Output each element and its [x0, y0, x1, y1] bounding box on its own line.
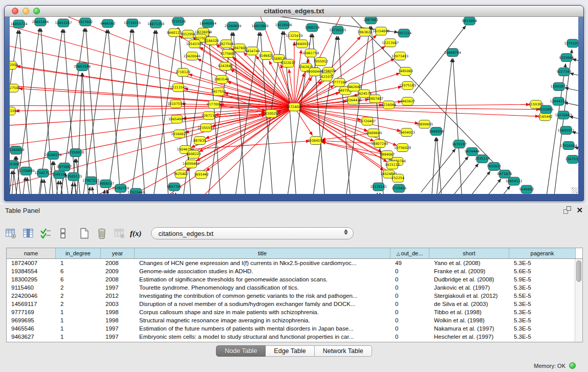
- table-cell[interactable]: 2009: [101, 267, 135, 275]
- table-cell[interactable]: 5.6E-5: [509, 267, 576, 275]
- delete-button[interactable]: [95, 227, 108, 240]
- table-cell[interactable]: Jankovic et al. (1997): [429, 283, 509, 292]
- new-file-button[interactable]: [78, 227, 91, 240]
- table-cell[interactable]: 6: [56, 267, 101, 275]
- graph-edge[interactable]: [570, 117, 578, 124]
- table-cell[interactable]: Dudbridge et al. (2008): [429, 275, 509, 283]
- table-scrollbar[interactable]: [575, 259, 582, 342]
- graph-edge[interactable]: [231, 70, 294, 107]
- column-visibility-button[interactable]: [21, 227, 35, 240]
- table-cell[interactable]: Changes of HCN gene expression and I(f) …: [135, 259, 390, 267]
- graph-edge[interactable]: [10, 84, 294, 107]
- table-cell[interactable]: 9463627: [7, 333, 56, 341]
- table-cell[interactable]: 1: [56, 308, 101, 316]
- column-header-title[interactable]: title: [135, 248, 390, 258]
- table-cell[interactable]: 1997: [101, 324, 135, 333]
- tab-network-table[interactable]: Network Table: [315, 345, 372, 357]
- graph-edge[interactable]: [44, 179, 50, 194]
- table-cell[interactable]: 1: [56, 333, 101, 341]
- table-cell[interactable]: 2: [56, 283, 101, 292]
- table-cell[interactable]: 49: [390, 259, 429, 267]
- graph-edge[interactable]: [53, 181, 58, 194]
- table-cell[interactable]: 9115460: [7, 283, 56, 292]
- table-row[interactable]: 946362711997Embryonic stem cells: a mode…: [7, 333, 582, 341]
- table-row[interactable]: 1830029562008Estimation of significance …: [7, 275, 582, 283]
- table-cell[interactable]: 2: [56, 292, 101, 300]
- table-cell[interactable]: 1997: [101, 333, 135, 341]
- table-cell[interactable]: Nakamura et al. (1997): [429, 324, 509, 333]
- table-cell[interactable]: 0: [390, 292, 429, 300]
- table-cell[interactable]: 2003: [101, 300, 135, 308]
- graph-edge[interactable]: [80, 30, 107, 194]
- table-cell[interactable]: Structural magnetic resonance image aver…: [135, 316, 390, 324]
- table-cell[interactable]: 18724007: [7, 259, 56, 267]
- table-cell[interactable]: 5.3E-5: [509, 333, 576, 341]
- table-cell[interactable]: 0: [390, 308, 429, 316]
- table-cell[interactable]: 9465546: [7, 324, 56, 333]
- table-row[interactable]: 911546021997Tourette syndrome. Phenomeno…: [7, 283, 582, 292]
- graph-edge[interactable]: [189, 74, 294, 107]
- float-panel-icon[interactable]: [563, 206, 571, 214]
- column-header-in_degree[interactable]: in_degree: [56, 248, 101, 258]
- table-cell[interactable]: Tibbo et al. (1998): [429, 308, 509, 316]
- table-cell[interactable]: 9699695: [7, 316, 56, 324]
- graph-edge[interactable]: [10, 107, 294, 148]
- table-cell[interactable]: Wolkin et al. (1998): [429, 316, 509, 324]
- graph-edge[interactable]: [564, 102, 578, 110]
- table-cell[interactable]: 5.3E-5: [509, 259, 576, 267]
- table-cell[interactable]: 0: [390, 300, 429, 308]
- graph-edge[interactable]: [573, 59, 578, 67]
- graph-edge[interactable]: [466, 179, 500, 194]
- table-cell[interactable]: 0: [390, 267, 429, 275]
- table-cell[interactable]: Tourette syndrome. Phenomenology and cla…: [135, 283, 390, 292]
- table-row[interactable]: 1456911722003Disruption of a novel membe…: [7, 300, 582, 308]
- row-layout-button[interactable]: [56, 227, 70, 240]
- graph-edge[interactable]: [572, 132, 578, 140]
- table-selector-combobox[interactable]: citations_edges.txt: [151, 227, 354, 239]
- graph-edge[interactable]: [128, 30, 155, 194]
- table-cell[interactable]: 14569117: [7, 300, 56, 308]
- table-row[interactable]: 1938455462009Genome-wide association stu…: [7, 267, 582, 275]
- select-rows-button[interactable]: [39, 227, 52, 240]
- table-cell[interactable]: 5.5E-5: [509, 292, 576, 300]
- table-cell[interactable]: 5.3E-5: [509, 300, 576, 308]
- table-cell[interactable]: Disruption of a novel member of a sodium…: [135, 300, 390, 308]
- column-header-short[interactable]: short: [429, 248, 509, 258]
- graph-edge[interactable]: [85, 187, 90, 194]
- column-header-out_de[interactable]: △out_de...: [390, 248, 429, 258]
- table-cell[interactable]: Genome-wide association studies in ADHD.: [135, 267, 390, 275]
- graph-edge[interactable]: [176, 193, 181, 194]
- table-cell[interactable]: 0: [390, 283, 429, 292]
- column-header-pagerank[interactable]: pagerank: [509, 248, 576, 258]
- table-cell[interactable]: Franke et al. (2009): [429, 267, 509, 275]
- table-cell[interactable]: 5.3E-5: [509, 316, 576, 324]
- table-cell[interactable]: 6: [56, 275, 101, 283]
- table-cell[interactable]: 5.3E-5: [509, 308, 576, 316]
- table-cell[interactable]: 9777169: [7, 308, 56, 316]
- network-graph[interactable]: 1872400786601238912954182260589827509105…: [10, 17, 578, 194]
- table-cell[interactable]: Yano et al. (2008): [429, 259, 509, 267]
- graph-edge[interactable]: [430, 138, 436, 194]
- table-cell[interactable]: 1998: [101, 316, 135, 324]
- table-cell[interactable]: Investigating the contribution of common…: [135, 292, 390, 300]
- table-cell[interactable]: 0: [390, 275, 429, 283]
- table-settings-button[interactable]: [4, 227, 17, 240]
- table-cell[interactable]: 22420046: [7, 292, 56, 300]
- table-cell[interactable]: 0: [390, 316, 429, 324]
- table-cell[interactable]: 5.3E-5: [509, 283, 576, 292]
- window-titlebar[interactable]: citations_edges.txt: [5, 6, 583, 17]
- close-panel-icon[interactable]: ✕: [576, 206, 583, 214]
- network-canvas[interactable]: 1872400786601238912954182260589827509105…: [10, 17, 578, 194]
- table-cell[interactable]: 5.9E-5: [509, 275, 576, 283]
- table-cell[interactable]: 1: [56, 324, 101, 333]
- tab-edge-table[interactable]: Edge Table: [266, 345, 314, 357]
- table-cell[interactable]: 1: [56, 316, 101, 324]
- tab-node-table[interactable]: Node Table: [216, 345, 266, 357]
- graph-edge[interactable]: [150, 28, 178, 194]
- table-cell[interactable]: 19384554: [7, 267, 56, 275]
- table-cell[interactable]: 2: [56, 300, 101, 308]
- memory-status-indicator[interactable]: [569, 362, 576, 369]
- graph-edge[interactable]: [575, 147, 578, 155]
- table-row[interactable]: 946554611997Estimation of the future num…: [7, 324, 582, 333]
- graph-edge[interactable]: [86, 28, 100, 194]
